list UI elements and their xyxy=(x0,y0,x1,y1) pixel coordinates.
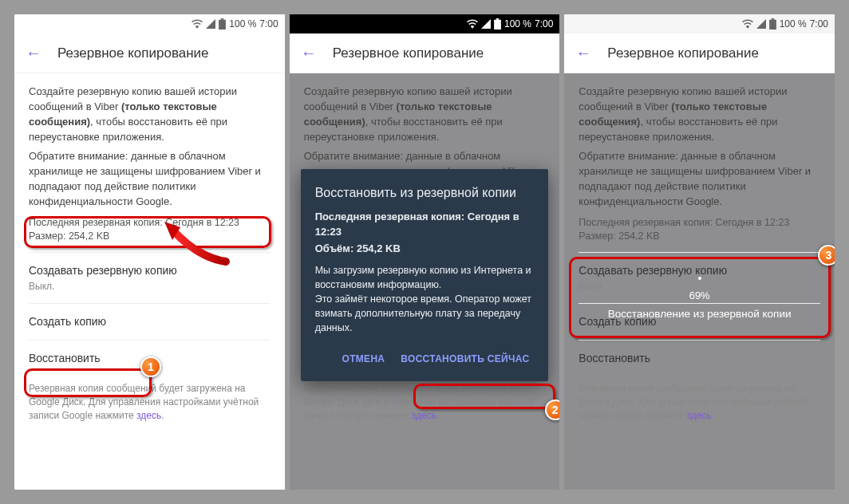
dialog-last-backup: Последняя резервная копия: Сегодня в 12:… xyxy=(315,210,535,240)
status-bar: 100 % 7:00 xyxy=(290,14,560,33)
page-title: Резервное копирование xyxy=(57,45,209,61)
last-backup-line: Последняя резервная копия: Сегодня в 12:… xyxy=(29,216,270,230)
clock: 7:00 xyxy=(810,18,828,30)
svg-rect-1 xyxy=(219,20,226,30)
battery-icon xyxy=(219,18,226,30)
clock: 7:00 xyxy=(535,18,553,30)
last-backup-info: Последняя резервная копия: Сегодня в 12:… xyxy=(579,216,820,244)
dialog-title: Восстановить из резервной копии xyxy=(315,183,535,202)
google-settings-link[interactable]: здесь xyxy=(136,410,161,421)
desc-1: Создайте резервную копию вашей истории с… xyxy=(304,85,546,144)
phone-screen-2: 100 % 7:00 ← Резервное копирование Созда… xyxy=(290,14,560,490)
back-icon[interactable]: ← xyxy=(301,44,317,62)
svg-rect-3 xyxy=(494,20,501,30)
signal-icon xyxy=(206,19,215,29)
battery-pct: 100 % xyxy=(504,18,531,30)
status-bar: 100 % 7:00 xyxy=(564,14,835,33)
phone-screen-1: 100 % 7:00 ← Резервное копирование Созда… xyxy=(14,14,285,490)
auto-backup-sub: Выкл. xyxy=(29,280,270,293)
progress-label: Восстановление из резервной копии xyxy=(575,308,823,320)
clock: 7:00 xyxy=(259,18,278,30)
spinner-icon xyxy=(698,277,701,280)
svg-rect-0 xyxy=(221,18,224,20)
wifi-icon xyxy=(467,19,478,29)
restore-progress: 69% Восстановление из резервной копии xyxy=(575,277,823,320)
svg-rect-5 xyxy=(769,20,776,30)
dialog-size: Объём: 254,2 KB xyxy=(315,242,535,257)
back-icon[interactable]: ← xyxy=(575,44,591,62)
page-title: Резервное копирование xyxy=(333,45,484,61)
annotation-badge-1: 1 xyxy=(140,356,161,377)
page-title: Резервное копирование xyxy=(607,45,759,61)
wifi-icon xyxy=(742,19,753,29)
signal-icon xyxy=(756,19,766,29)
desc-1: Создайте резервную копию вашей истории с… xyxy=(579,85,820,144)
desc-2: Обратите внимание: данные в облачном хра… xyxy=(29,149,270,209)
auto-backup-item[interactable]: Создавать резервную копию Выкл. xyxy=(29,252,270,304)
dialog-body: Мы загрузим резервную копию из Интернета… xyxy=(315,263,535,336)
dialog-restore-now-button[interactable]: ВОССТАНОВИТЬ СЕЙЧАС xyxy=(396,346,534,372)
battery-pct: 100 % xyxy=(229,18,256,30)
battery-pct: 100 % xyxy=(780,18,807,30)
phone-screen-3: 100 % 7:00 ← Резервное копирование Созда… xyxy=(564,14,835,490)
last-backup-info: Последняя резервная копия: Сегодня в 12:… xyxy=(29,216,270,244)
create-backup-item[interactable]: Создать копию xyxy=(29,303,270,339)
svg-rect-4 xyxy=(771,18,774,20)
wifi-icon xyxy=(192,19,203,29)
restore-item[interactable]: Восстановить xyxy=(579,340,820,376)
desc-1: Создайте резервную копию вашей истории с… xyxy=(29,85,270,144)
auto-backup-label: Создавать резервную копию xyxy=(29,262,270,278)
footer-note: Резервная копия сообщений будет загружен… xyxy=(29,382,270,422)
svg-rect-2 xyxy=(496,18,500,20)
annotation-badge-3: 3 xyxy=(818,245,835,266)
footer-note: Резервная копия сообщений будет загружен… xyxy=(579,382,820,422)
desc-2: Обратите внимание: данные в облачном хра… xyxy=(579,149,820,209)
back-icon[interactable]: ← xyxy=(26,44,41,62)
backup-size-line: Размер: 254,2 KB xyxy=(29,230,270,244)
battery-icon xyxy=(494,18,501,30)
dialog-cancel-button[interactable]: ОТМЕНА xyxy=(338,346,390,372)
status-bar: 100 % 7:00 xyxy=(14,14,285,33)
progress-percent: 69% xyxy=(575,289,823,301)
footer-note: Резервная копия сообщений будет загружен… xyxy=(304,382,546,422)
restore-dialog: Восстановить из резервной копии Последня… xyxy=(301,169,549,381)
battery-icon xyxy=(769,18,776,30)
create-backup-label: Создать копию xyxy=(29,313,270,329)
signal-icon xyxy=(481,19,491,29)
